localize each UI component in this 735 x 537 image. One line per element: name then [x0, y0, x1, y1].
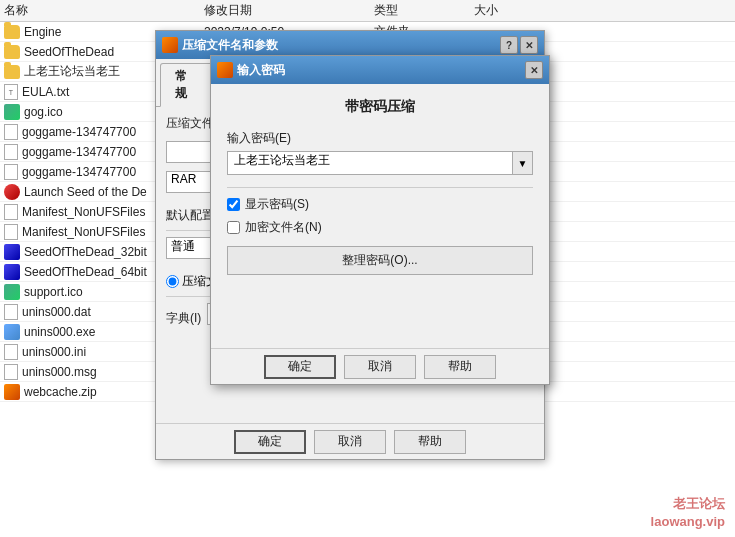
file-name: goggame-134747700: [22, 125, 136, 139]
pwd-title-icon: [217, 62, 233, 78]
password-value[interactable]: 上老王论坛当老王: [228, 152, 512, 174]
file-name: EULA.txt: [22, 85, 69, 99]
launch-icon: [4, 184, 20, 200]
encrypt-filename-row: 加密文件名(N): [227, 219, 533, 236]
password-ok-button[interactable]: 确定: [264, 355, 336, 379]
exe-icon: [4, 324, 20, 340]
file-name: Engine: [24, 25, 61, 39]
show-password-label[interactable]: 显示密码(S): [245, 196, 309, 213]
col-header-size: 大小: [474, 2, 574, 19]
password-dialog-title: 输入密码: [237, 62, 285, 79]
compress-titlebar-controls: ? ✕: [500, 36, 538, 54]
manage-password-button[interactable]: 整理密码(O)...: [227, 246, 533, 275]
compress-title-icon: [162, 37, 178, 53]
ico-icon: [4, 104, 20, 120]
compress-ok-button[interactable]: 确定: [234, 430, 306, 454]
file-name: goggame-134747700: [22, 165, 136, 179]
file-name: unins000.exe: [24, 325, 95, 339]
file-name: unins000.dat: [22, 305, 91, 319]
file-name: goggame-134747700: [22, 145, 136, 159]
generic-icon: [4, 144, 18, 160]
file-name: webcache.zip: [24, 385, 97, 399]
compress-dialog-footer: 确定 取消 帮助: [156, 423, 544, 459]
file-name: unins000.ini: [22, 345, 86, 359]
file-name: SeedOfTheDead: [24, 45, 114, 59]
txt-icon: T: [4, 84, 18, 100]
encrypt-filename-checkbox[interactable]: [227, 221, 240, 234]
folder-icon: [4, 25, 20, 39]
generic-icon: [4, 364, 18, 380]
col-header-type: 类型: [374, 2, 474, 19]
generic-icon: [4, 124, 18, 140]
tab-general[interactable]: 常规: [160, 63, 213, 107]
password-cancel-button[interactable]: 取消: [344, 355, 416, 379]
file-name: support.ico: [24, 285, 83, 299]
compress-help-button[interactable]: ?: [500, 36, 518, 54]
password-help-button[interactable]: 帮助: [424, 355, 496, 379]
zip-icon: [4, 384, 20, 400]
dict-label: 字典(I): [166, 310, 201, 327]
app-icon: [4, 264, 20, 280]
compress-help-footer-button[interactable]: 帮助: [394, 430, 466, 454]
compress-close-button[interactable]: ✕: [520, 36, 538, 54]
password-field-label: 输入密码(E): [227, 130, 533, 147]
pwd-title-left: 输入密码: [217, 62, 285, 79]
ico-icon: [4, 284, 20, 300]
file-name: Manifest_NonUFSFiles: [22, 205, 145, 219]
file-name: SeedOfTheDead_64bit: [24, 265, 147, 279]
generic-icon: [4, 304, 18, 320]
file-list-header: 名称 修改日期 类型 大小: [0, 0, 735, 22]
folder-icon: [4, 45, 20, 59]
col-header-date: 修改日期: [204, 2, 374, 19]
file-name: gog.ico: [24, 105, 63, 119]
file-name: Manifest_NonUFSFiles: [22, 225, 145, 239]
pwd-separator: [227, 187, 533, 188]
password-dialog-body: 带密码压缩 输入密码(E) 上老王论坛当老王 ▼ 显示密码(S) 加密文件名(N…: [211, 84, 549, 285]
file-name: unins000.msg: [22, 365, 97, 379]
file-name: SeedOfTheDead_32bit: [24, 245, 147, 259]
file-name: Launch Seed of the De: [24, 185, 147, 199]
radio-solid-input[interactable]: [166, 275, 179, 288]
pwd-titlebar-controls: ✕: [525, 61, 543, 79]
password-heading: 带密码压缩: [227, 98, 533, 116]
compress-dialog-title: 压缩文件名和参数: [182, 37, 278, 54]
show-password-checkbox[interactable]: [227, 198, 240, 211]
show-password-row: 显示密码(S): [227, 196, 533, 213]
generic-icon: [4, 344, 18, 360]
generic-icon: [4, 164, 18, 180]
folder-icon: [4, 65, 20, 79]
generic-icon: [4, 224, 18, 240]
col-header-name: 名称: [4, 2, 204, 19]
file-name: 上老王论坛当老王: [24, 63, 120, 80]
generic-icon: [4, 204, 18, 220]
encrypt-filename-label[interactable]: 加密文件名(N): [245, 219, 322, 236]
password-dialog-titlebar: 输入密码 ✕: [211, 56, 549, 84]
password-dialog: 输入密码 ✕ 带密码压缩 输入密码(E) 上老王论坛当老王 ▼ 显示密码(S) …: [210, 55, 550, 385]
password-combo[interactable]: 上老王论坛当老王 ▼: [227, 151, 533, 175]
password-close-button[interactable]: ✕: [525, 61, 543, 79]
password-dropdown[interactable]: ▼: [512, 152, 532, 174]
password-dialog-footer: 确定 取消 帮助: [211, 348, 549, 384]
app-icon: [4, 244, 20, 260]
compress-title-left: 压缩文件名和参数: [162, 37, 278, 54]
compress-cancel-button[interactable]: 取消: [314, 430, 386, 454]
